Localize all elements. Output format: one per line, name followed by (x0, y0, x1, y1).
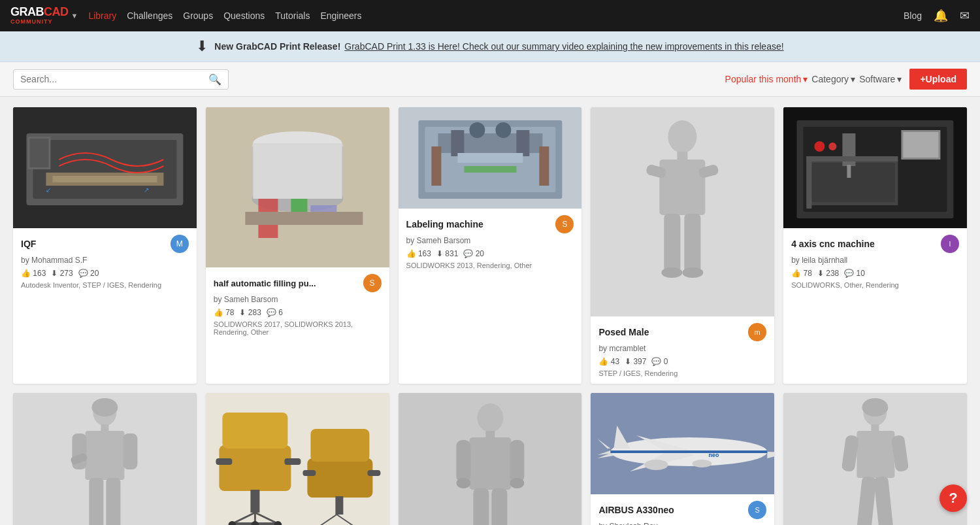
svg-rect-67 (219, 445, 291, 491)
svg-rect-4 (52, 176, 157, 182)
svg-point-106 (693, 460, 712, 467)
nav-link-library[interactable]: Library (88, 10, 116, 21)
svg-point-95 (456, 478, 470, 488)
svg-rect-30 (539, 146, 549, 186)
svg-rect-63 (106, 478, 120, 525)
svg-rect-60 (123, 433, 137, 469)
svg-point-25 (469, 122, 485, 138)
list-item[interactable]: ↙ ↗ IQF M by Mohammad S.F 👍 163 ⬇ 273 💬 … (13, 107, 197, 384)
avatar: S (748, 501, 766, 519)
logo-dropdown[interactable]: ▼ (71, 12, 78, 20)
svg-rect-70 (284, 458, 301, 465)
logo-grab: GRAB (10, 6, 44, 19)
svg-point-90 (477, 403, 503, 432)
svg-point-96 (510, 478, 524, 488)
popular-this-month-button[interactable]: Popular this month ▾ (725, 74, 808, 84)
software-dropdown-button[interactable]: Software ▾ (859, 74, 902, 84)
avatar: S (363, 274, 382, 292)
svg-point-56 (91, 398, 118, 416)
avatar: l (941, 235, 959, 253)
avatar: S (555, 215, 574, 233)
svg-rect-81 (302, 470, 316, 476)
banner-link[interactable]: GrabCAD Print 1.33 is Here! Check out ou… (344, 41, 783, 52)
svg-text:↙: ↙ (46, 186, 51, 194)
nav-blog-link[interactable]: Blog (904, 10, 922, 21)
card-title: 4 axis cnc machine (791, 239, 875, 249)
list-item[interactable]: Walking Woman (783, 393, 967, 525)
svg-rect-14 (253, 143, 342, 199)
card-title: AIRBUS A330neo (598, 505, 674, 515)
svg-rect-111 (857, 431, 895, 478)
card-tags: SOLIDWORKS, Other, Rendering (791, 281, 959, 289)
model-grid: ↙ ↗ IQF M by Mohammad S.F 👍 163 ⬇ 273 💬 … (13, 107, 967, 525)
svg-rect-80 (310, 429, 369, 462)
svg-rect-97 (473, 488, 489, 525)
svg-point-105 (645, 460, 668, 470)
main-content: ↙ ↗ IQF M by Mohammad S.F 👍 163 ⬇ 273 💬 … (0, 97, 980, 525)
logo[interactable]: GRAB CAD COMMUNITY (10, 6, 69, 25)
svg-rect-51 (807, 156, 812, 209)
svg-text:↗: ↗ (144, 186, 149, 194)
nav-link-engineers[interactable]: Engineers (320, 10, 361, 21)
svg-point-53 (829, 143, 837, 150)
card-author: by Sameh Barsom (214, 295, 382, 304)
card-tags: SOLIDWORKS 2017, SOLIDWORKS 2013, Render… (214, 320, 382, 336)
card-author: by mcramblet (598, 344, 766, 353)
svg-rect-18 (245, 212, 363, 225)
nav-link-questions[interactable]: Questions (223, 10, 265, 21)
filter-bar: 🔍 Popular this month ▾ Category ▾ Softwa… (0, 62, 980, 97)
list-item[interactable]: half automatic filling pu... S by Sameh … (206, 107, 389, 384)
list-item[interactable]: neo AIRBUS A330neo S by Shaylesh Roy (591, 393, 774, 525)
filter-controls: Popular this month ▾ Category ▾ Software… (725, 74, 902, 84)
list-item[interactable]: Walking Woman (13, 393, 197, 525)
card-author: by Mohammad S.F (21, 256, 189, 265)
nav-link-groups[interactable]: Groups (183, 10, 213, 21)
logo-community: COMMUNITY (10, 19, 69, 25)
svg-point-26 (495, 122, 511, 138)
list-item[interactable]: 4 axis cnc machine l by leila bjärnhall … (783, 107, 967, 384)
svg-rect-92 (469, 437, 511, 490)
svg-point-40 (683, 267, 704, 278)
svg-rect-50 (807, 156, 898, 161)
avatar: m (748, 323, 766, 341)
svg-rect-28 (464, 166, 516, 173)
svg-rect-94 (510, 440, 524, 483)
svg-rect-37 (664, 214, 681, 273)
card-stats: 👍 163 ⬇ 831 💬 20 (406, 249, 574, 258)
list-item[interactable]: Office Chairs (206, 393, 389, 525)
svg-point-39 (662, 267, 683, 278)
card-tags: SOLIDWORKS 2013, Rendering, Other (406, 262, 574, 269)
nav-link-tutorials[interactable]: Tutorials (275, 10, 310, 21)
card-stats: 👍 43 ⬇ 397 💬 0 (598, 357, 766, 366)
list-item[interactable]: Labeling machine S by Sameh Barsom 👍 163… (399, 107, 582, 384)
svg-rect-29 (431, 146, 441, 186)
card-title: Posed Male (598, 327, 649, 337)
upload-button[interactable]: +Upload (909, 69, 967, 90)
svg-point-109 (862, 398, 889, 416)
help-button[interactable]: ? (939, 484, 967, 512)
svg-rect-82 (367, 470, 380, 476)
list-item[interactable]: Posed Male m by mcramblet 👍 43 ⬇ 397 💬 0… (591, 107, 774, 384)
svg-point-32 (668, 120, 697, 153)
category-dropdown-button[interactable]: Category ▾ (811, 74, 855, 84)
nav-link-challenges[interactable]: Challenges (127, 10, 172, 21)
card-title: Labeling machine (406, 219, 483, 229)
card-title: half automatic filling pu... (214, 279, 316, 288)
svg-rect-103 (611, 450, 768, 453)
card-stats: 👍 78 ⬇ 283 💬 6 (214, 308, 382, 317)
svg-rect-71 (250, 490, 259, 513)
mail-icon[interactable]: ✉ (960, 8, 970, 23)
bell-icon[interactable]: 🔔 (934, 8, 948, 23)
search-input[interactable] (20, 74, 208, 84)
svg-rect-93 (456, 440, 470, 483)
announcement-banner: ⬇ New GrabCAD Print Release! GrabCAD Pri… (0, 31, 980, 62)
svg-rect-83 (335, 496, 343, 515)
search-icon[interactable]: 🔍 (208, 73, 221, 86)
search-wrap: 🔍 (13, 69, 229, 90)
svg-rect-49 (847, 165, 851, 178)
card-author: by Shaylesh Roy (598, 522, 766, 525)
card-title: IQF (21, 239, 36, 249)
svg-rect-8 (29, 139, 48, 167)
list-item[interactable]: Another Casual Man m by mcramblet (399, 393, 582, 525)
avatar: M (171, 235, 189, 253)
